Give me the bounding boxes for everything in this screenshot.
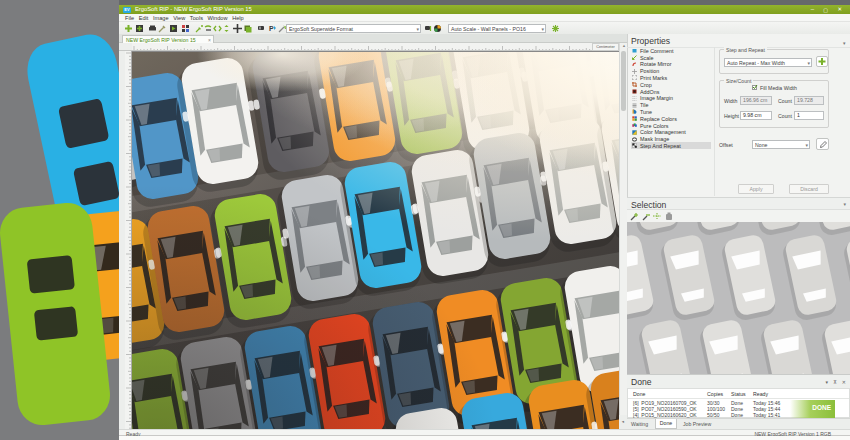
svg-text:P: P xyxy=(269,25,274,32)
